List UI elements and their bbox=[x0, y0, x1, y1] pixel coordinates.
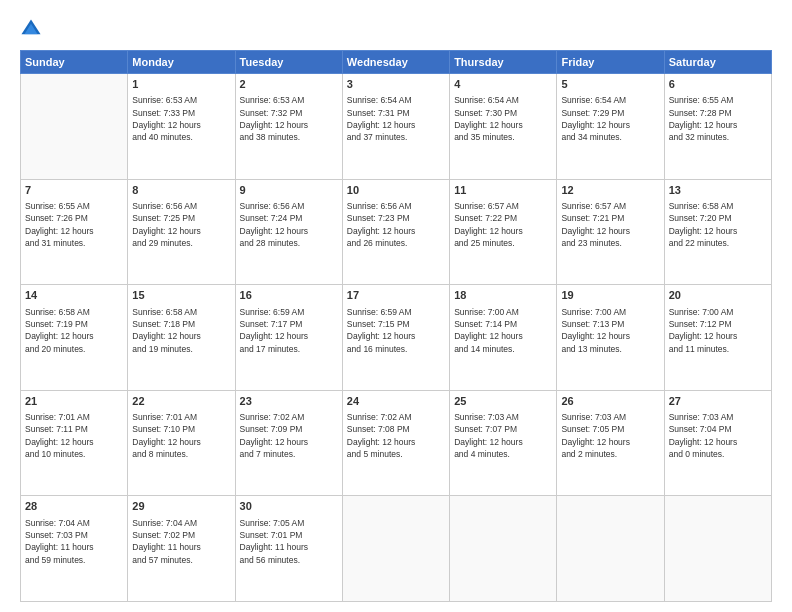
calendar-week-5: 28Sunrise: 7:04 AM Sunset: 7:03 PM Dayli… bbox=[21, 496, 772, 602]
day-number: 10 bbox=[347, 183, 445, 198]
calendar-week-3: 14Sunrise: 6:58 AM Sunset: 7:19 PM Dayli… bbox=[21, 285, 772, 391]
day-number: 27 bbox=[669, 394, 767, 409]
day-info: Sunrise: 6:53 AM Sunset: 7:33 PM Dayligh… bbox=[132, 94, 230, 143]
day-info: Sunrise: 7:01 AM Sunset: 7:10 PM Dayligh… bbox=[132, 411, 230, 460]
calendar-cell: 21Sunrise: 7:01 AM Sunset: 7:11 PM Dayli… bbox=[21, 390, 128, 496]
day-number: 9 bbox=[240, 183, 338, 198]
day-info: Sunrise: 6:56 AM Sunset: 7:25 PM Dayligh… bbox=[132, 200, 230, 249]
day-info: Sunrise: 7:05 AM Sunset: 7:01 PM Dayligh… bbox=[240, 517, 338, 566]
day-number: 1 bbox=[132, 77, 230, 92]
calendar-cell bbox=[21, 74, 128, 180]
calendar-cell: 15Sunrise: 6:58 AM Sunset: 7:18 PM Dayli… bbox=[128, 285, 235, 391]
calendar-cell bbox=[342, 496, 449, 602]
calendar-cell: 22Sunrise: 7:01 AM Sunset: 7:10 PM Dayli… bbox=[128, 390, 235, 496]
calendar-cell: 26Sunrise: 7:03 AM Sunset: 7:05 PM Dayli… bbox=[557, 390, 664, 496]
day-number: 13 bbox=[669, 183, 767, 198]
day-number: 30 bbox=[240, 499, 338, 514]
calendar-cell: 2Sunrise: 6:53 AM Sunset: 7:32 PM Daylig… bbox=[235, 74, 342, 180]
day-info: Sunrise: 6:59 AM Sunset: 7:15 PM Dayligh… bbox=[347, 306, 445, 355]
day-number: 7 bbox=[25, 183, 123, 198]
header-friday: Friday bbox=[557, 51, 664, 74]
day-info: Sunrise: 7:02 AM Sunset: 7:09 PM Dayligh… bbox=[240, 411, 338, 460]
day-number: 16 bbox=[240, 288, 338, 303]
calendar-cell: 28Sunrise: 7:04 AM Sunset: 7:03 PM Dayli… bbox=[21, 496, 128, 602]
calendar-cell: 7Sunrise: 6:55 AM Sunset: 7:26 PM Daylig… bbox=[21, 179, 128, 285]
calendar-cell: 19Sunrise: 7:00 AM Sunset: 7:13 PM Dayli… bbox=[557, 285, 664, 391]
header-tuesday: Tuesday bbox=[235, 51, 342, 74]
day-info: Sunrise: 7:00 AM Sunset: 7:14 PM Dayligh… bbox=[454, 306, 552, 355]
header-saturday: Saturday bbox=[664, 51, 771, 74]
day-info: Sunrise: 6:54 AM Sunset: 7:31 PM Dayligh… bbox=[347, 94, 445, 143]
header-thursday: Thursday bbox=[450, 51, 557, 74]
calendar-cell: 13Sunrise: 6:58 AM Sunset: 7:20 PM Dayli… bbox=[664, 179, 771, 285]
day-number: 3 bbox=[347, 77, 445, 92]
day-info: Sunrise: 7:02 AM Sunset: 7:08 PM Dayligh… bbox=[347, 411, 445, 460]
calendar-cell: 9Sunrise: 6:56 AM Sunset: 7:24 PM Daylig… bbox=[235, 179, 342, 285]
day-info: Sunrise: 6:56 AM Sunset: 7:23 PM Dayligh… bbox=[347, 200, 445, 249]
day-info: Sunrise: 6:55 AM Sunset: 7:28 PM Dayligh… bbox=[669, 94, 767, 143]
calendar-cell: 27Sunrise: 7:03 AM Sunset: 7:04 PM Dayli… bbox=[664, 390, 771, 496]
calendar-cell: 17Sunrise: 6:59 AM Sunset: 7:15 PM Dayli… bbox=[342, 285, 449, 391]
calendar-cell: 18Sunrise: 7:00 AM Sunset: 7:14 PM Dayli… bbox=[450, 285, 557, 391]
day-number: 4 bbox=[454, 77, 552, 92]
day-info: Sunrise: 7:04 AM Sunset: 7:03 PM Dayligh… bbox=[25, 517, 123, 566]
day-number: 19 bbox=[561, 288, 659, 303]
day-info: Sunrise: 6:58 AM Sunset: 7:20 PM Dayligh… bbox=[669, 200, 767, 249]
day-info: Sunrise: 6:59 AM Sunset: 7:17 PM Dayligh… bbox=[240, 306, 338, 355]
calendar-week-1: 1Sunrise: 6:53 AM Sunset: 7:33 PM Daylig… bbox=[21, 74, 772, 180]
day-info: Sunrise: 7:03 AM Sunset: 7:04 PM Dayligh… bbox=[669, 411, 767, 460]
day-number: 2 bbox=[240, 77, 338, 92]
calendar-cell: 25Sunrise: 7:03 AM Sunset: 7:07 PM Dayli… bbox=[450, 390, 557, 496]
calendar-header-row: SundayMondayTuesdayWednesdayThursdayFrid… bbox=[21, 51, 772, 74]
calendar-week-2: 7Sunrise: 6:55 AM Sunset: 7:26 PM Daylig… bbox=[21, 179, 772, 285]
page: SundayMondayTuesdayWednesdayThursdayFrid… bbox=[0, 0, 792, 612]
calendar-cell bbox=[664, 496, 771, 602]
header bbox=[20, 18, 772, 40]
day-info: Sunrise: 7:00 AM Sunset: 7:12 PM Dayligh… bbox=[669, 306, 767, 355]
logo bbox=[20, 18, 46, 40]
header-sunday: Sunday bbox=[21, 51, 128, 74]
calendar-cell: 5Sunrise: 6:54 AM Sunset: 7:29 PM Daylig… bbox=[557, 74, 664, 180]
day-number: 25 bbox=[454, 394, 552, 409]
calendar-cell: 8Sunrise: 6:56 AM Sunset: 7:25 PM Daylig… bbox=[128, 179, 235, 285]
day-number: 28 bbox=[25, 499, 123, 514]
day-info: Sunrise: 7:03 AM Sunset: 7:07 PM Dayligh… bbox=[454, 411, 552, 460]
day-info: Sunrise: 6:55 AM Sunset: 7:26 PM Dayligh… bbox=[25, 200, 123, 249]
calendar-table: SundayMondayTuesdayWednesdayThursdayFrid… bbox=[20, 50, 772, 602]
day-info: Sunrise: 6:54 AM Sunset: 7:29 PM Dayligh… bbox=[561, 94, 659, 143]
day-number: 14 bbox=[25, 288, 123, 303]
day-number: 23 bbox=[240, 394, 338, 409]
day-info: Sunrise: 6:58 AM Sunset: 7:18 PM Dayligh… bbox=[132, 306, 230, 355]
calendar-cell: 16Sunrise: 6:59 AM Sunset: 7:17 PM Dayli… bbox=[235, 285, 342, 391]
calendar-cell: 20Sunrise: 7:00 AM Sunset: 7:12 PM Dayli… bbox=[664, 285, 771, 391]
calendar-cell: 29Sunrise: 7:04 AM Sunset: 7:02 PM Dayli… bbox=[128, 496, 235, 602]
day-number: 5 bbox=[561, 77, 659, 92]
day-number: 6 bbox=[669, 77, 767, 92]
calendar-cell: 3Sunrise: 6:54 AM Sunset: 7:31 PM Daylig… bbox=[342, 74, 449, 180]
logo-icon bbox=[20, 18, 42, 40]
day-info: Sunrise: 7:00 AM Sunset: 7:13 PM Dayligh… bbox=[561, 306, 659, 355]
day-info: Sunrise: 6:57 AM Sunset: 7:21 PM Dayligh… bbox=[561, 200, 659, 249]
header-wednesday: Wednesday bbox=[342, 51, 449, 74]
day-number: 21 bbox=[25, 394, 123, 409]
header-monday: Monday bbox=[128, 51, 235, 74]
day-number: 17 bbox=[347, 288, 445, 303]
calendar-cell: 4Sunrise: 6:54 AM Sunset: 7:30 PM Daylig… bbox=[450, 74, 557, 180]
calendar-week-4: 21Sunrise: 7:01 AM Sunset: 7:11 PM Dayli… bbox=[21, 390, 772, 496]
day-number: 26 bbox=[561, 394, 659, 409]
day-number: 18 bbox=[454, 288, 552, 303]
calendar-cell bbox=[450, 496, 557, 602]
day-number: 24 bbox=[347, 394, 445, 409]
calendar-cell bbox=[557, 496, 664, 602]
calendar-cell: 24Sunrise: 7:02 AM Sunset: 7:08 PM Dayli… bbox=[342, 390, 449, 496]
day-info: Sunrise: 7:01 AM Sunset: 7:11 PM Dayligh… bbox=[25, 411, 123, 460]
calendar-cell: 1Sunrise: 6:53 AM Sunset: 7:33 PM Daylig… bbox=[128, 74, 235, 180]
calendar-cell: 11Sunrise: 6:57 AM Sunset: 7:22 PM Dayli… bbox=[450, 179, 557, 285]
day-number: 11 bbox=[454, 183, 552, 198]
day-info: Sunrise: 6:53 AM Sunset: 7:32 PM Dayligh… bbox=[240, 94, 338, 143]
calendar-cell: 6Sunrise: 6:55 AM Sunset: 7:28 PM Daylig… bbox=[664, 74, 771, 180]
day-number: 20 bbox=[669, 288, 767, 303]
calendar-cell: 14Sunrise: 6:58 AM Sunset: 7:19 PM Dayli… bbox=[21, 285, 128, 391]
day-number: 15 bbox=[132, 288, 230, 303]
day-number: 22 bbox=[132, 394, 230, 409]
